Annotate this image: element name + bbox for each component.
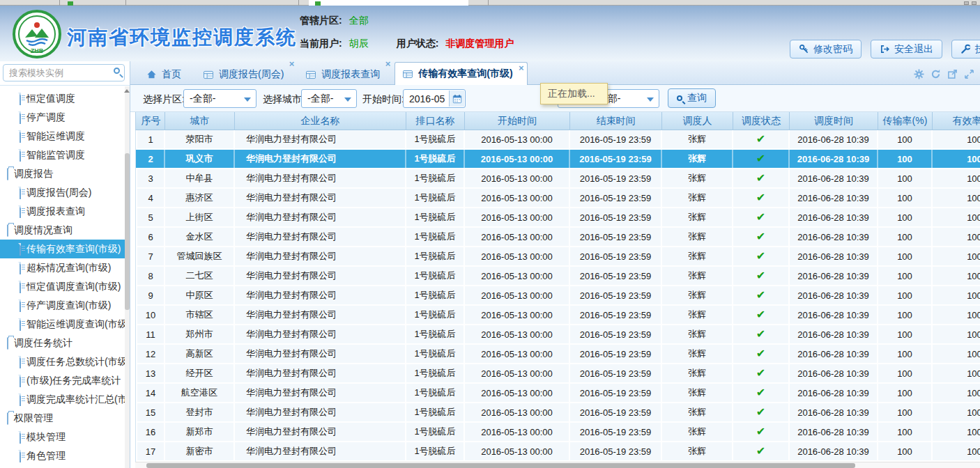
- table-row[interactable]: 7管城回族区华润电力登封有限公司1号脱硫后2016-05-13 00:00201…: [136, 247, 980, 267]
- sidebar-item-label: 停产调度查询(市级): [26, 299, 111, 312]
- dispatch-status-check-icon: ✔: [756, 426, 765, 437]
- horizontal-scrollbar-track[interactable]: [135, 462, 980, 468]
- horizontal-scrollbar-thumb[interactable]: [146, 463, 855, 468]
- cell-start: 2016-05-13 00:00: [465, 208, 570, 226]
- popout-icon: [947, 69, 958, 79]
- doc-icon: [20, 357, 21, 368]
- table-row[interactable]: 11郑州市华润电力登封有限公司1号脱硫后2016-05-13 00:002016…: [136, 325, 980, 345]
- table-row[interactable]: 5上街区华润电力登封有限公司1号脱硫后2016-05-13 00:002016-…: [136, 208, 980, 228]
- table-row[interactable]: 10市辖区华润电力登封有限公司1号脱硫后2016-05-13 00:002016…: [136, 306, 980, 325]
- safe-logout-button[interactable]: 安全退出: [871, 40, 942, 58]
- tab-close-icon[interactable]: ×: [289, 60, 295, 68]
- query-button[interactable]: 查询: [668, 88, 716, 108]
- dispatch-status-check-icon: ✔: [756, 407, 765, 418]
- sidebar-item-label: 智能运维调度查询(市级): [26, 318, 125, 331]
- sidebar-item[interactable]: 调度情况查询: [0, 221, 125, 240]
- col-trans_rate[interactable]: 传输率(%): [878, 112, 933, 130]
- sidebar-item[interactable]: 权限管理: [0, 409, 125, 428]
- table-row[interactable]: 17新密市华润电力登封有限公司1号脱硫后2016-05-13 00:002016…: [136, 442, 980, 462]
- search-input[interactable]: [3, 64, 125, 81]
- cell-outlet: 1号脱硫后: [406, 228, 465, 246]
- sidebar-item-label: 智能运维调度: [26, 130, 85, 143]
- col-outlet[interactable]: 排口名称: [406, 112, 465, 130]
- cell-company: 华润电力登封有限公司: [235, 325, 406, 343]
- sidebar-item[interactable]: 调度报表查询: [0, 202, 125, 221]
- sidebar-item[interactable]: 调度报告: [0, 164, 125, 183]
- search-icon[interactable]: [114, 68, 120, 74]
- cell-dispatcher: 张辉: [662, 247, 733, 265]
- table-header: 序号城市企业名称排口名称开始时间结束时间调度人调度状态调度时间传输率(%)有效率…: [135, 112, 980, 130]
- tech-support-button[interactable]: 技术支持: [951, 40, 980, 58]
- cell-city: 登封市: [165, 403, 235, 421]
- sidebar-item[interactable]: 停产调度查询(市级): [0, 296, 125, 315]
- sidebar-item[interactable]: 超标情况查询(市级): [0, 258, 125, 277]
- col-valid_rate[interactable]: 有效率(%): [933, 112, 980, 130]
- col-city[interactable]: 城市: [165, 112, 235, 130]
- sidebar-item[interactable]: 调度任务统计: [0, 334, 125, 352]
- table-row[interactable]: 4惠济区华润电力登封有限公司1号脱硫后2016-05-13 00:002016-…: [136, 189, 980, 208]
- cell-company: 华润电力登封有限公司: [235, 384, 406, 402]
- table-row[interactable]: 14航空港区华润电力登封有限公司1号脱硫后2016-05-13 00:00201…: [136, 384, 980, 403]
- sidebar-item[interactable]: (市级)任务完成率统计: [0, 371, 125, 390]
- sidebar-item[interactable]: 恒定值调度查询(市级): [0, 277, 125, 296]
- sidebar-scrollbar-thumb[interactable]: [125, 153, 130, 310]
- col-status[interactable]: 调度状态: [733, 112, 790, 130]
- col-start[interactable]: 开始时间: [465, 112, 570, 130]
- sidebar-item[interactable]: 调度完成率统计汇总(市级): [0, 390, 125, 409]
- sidebar-item[interactable]: 智能运维调度查询(市级): [0, 315, 125, 334]
- cell-trans_rate: 100: [878, 345, 933, 363]
- col-company[interactable]: 企业名称: [235, 112, 406, 130]
- change-password-button[interactable]: 修改密码: [790, 40, 862, 58]
- col-dispatch_time[interactable]: 调度时间: [790, 112, 878, 130]
- table-row[interactable]: 13经开区华润电力登封有限公司1号脱硫后2016-05-13 00:002016…: [136, 364, 980, 384]
- cell-no: 9: [137, 286, 165, 304]
- sidebar-item[interactable]: 停产调度: [0, 108, 125, 127]
- cell-dispatcher: 张辉: [662, 384, 733, 402]
- table-row[interactable]: 16新郑市华润电力登封有限公司1号脱硫后2016-05-13 00:002016…: [136, 423, 980, 442]
- sidebar-item[interactable]: 传输有效率查询(市级): [0, 240, 125, 258]
- app-window: ZHB 河南省环境监控调度系统 管辖片区:全部 当前用户:胡辰用户状态:非调度管…: [0, 0, 980, 468]
- tab-transmission-efficiency-query[interactable]: 传输有效率查询(市级)×: [395, 62, 527, 85]
- col-dispatcher[interactable]: 调度人: [662, 112, 733, 130]
- sidebar-item[interactable]: 调度任务总数统计(市级): [0, 352, 125, 371]
- browser-control-icon[interactable]: [964, 1, 969, 5]
- table-row[interactable]: 3中牟县华润电力登封有限公司1号脱硫后2016-05-13 00:002016-…: [136, 169, 980, 189]
- sidebar-item[interactable]: 模块管理: [0, 428, 125, 446]
- tab-dispatch-report-weekly[interactable]: 调度报告(周会)×: [196, 65, 295, 84]
- region-filter-select[interactable]: -全部-: [183, 89, 257, 108]
- cell-dispatcher: 张辉: [662, 325, 733, 343]
- sidebar-item[interactable]: 调度报告(周会): [0, 183, 125, 202]
- sidebar-item[interactable]: 恒定值调度: [0, 89, 125, 108]
- col-end[interactable]: 结束时间: [570, 112, 662, 130]
- table-row[interactable]: 15登封市华润电力登封有限公司1号脱硫后2016-05-13 00:002016…: [136, 403, 980, 423]
- start-date-input[interactable]: 2016-05: [403, 89, 466, 108]
- tab-dispatch-report-query[interactable]: 调度报表查询×: [298, 65, 391, 84]
- cell-valid_rate: 100: [933, 208, 980, 226]
- sidebar-item[interactable]: 智能监管调度: [0, 146, 125, 164]
- browser-control-icon[interactable]: [972, 1, 977, 5]
- cell-valid_rate: 100: [933, 189, 980, 207]
- folder-icon: [7, 338, 8, 349]
- city-filter-select[interactable]: -全部-: [301, 89, 357, 108]
- col-no[interactable]: 序号: [137, 112, 165, 130]
- cell-no: 17: [137, 442, 165, 460]
- sidebar-item[interactable]: 智能运维调度: [0, 127, 125, 146]
- table-row[interactable]: 1荥阳市华润电力登封有限公司1号脱硫后2016-05-13 00:002016-…: [136, 130, 980, 150]
- browser-active-tab[interactable]: [309, 0, 468, 6]
- cell-dispatcher: 张辉: [662, 267, 733, 285]
- cell-city: 新密市: [165, 442, 235, 460]
- cell-no: 12: [137, 345, 165, 363]
- calendar-icon[interactable]: [449, 91, 464, 107]
- scroll-up-arrow-icon[interactable]: [124, 89, 130, 93]
- tab-home[interactable]: 首页: [139, 65, 192, 84]
- table-row[interactable]: 6金水区华润电力登封有限公司1号脱硫后2016-05-13 00:002016-…: [136, 228, 980, 247]
- tab-close-icon[interactable]: ×: [385, 60, 391, 68]
- cell-dispatcher: 张辉: [662, 169, 733, 187]
- tab-close-icon[interactable]: ×: [519, 64, 524, 72]
- table-row[interactable]: 12高新区华润电力登封有限公司1号脱硫后2016-05-13 00:002016…: [136, 345, 980, 364]
- table-row[interactable]: 8二七区华润电力登封有限公司1号脱硫后2016-05-13 00:002016-…: [136, 267, 980, 286]
- table-row[interactable]: 9中原区华润电力登封有限公司1号脱硫后2016-05-13 00:002016-…: [136, 286, 980, 306]
- table-row[interactable]: 2巩义市华润电力登封有限公司1号脱硫后2016-05-13 00:002016-…: [136, 150, 980, 169]
- report-icon: [305, 70, 316, 79]
- sidebar-item[interactable]: 角色管理: [0, 446, 125, 465]
